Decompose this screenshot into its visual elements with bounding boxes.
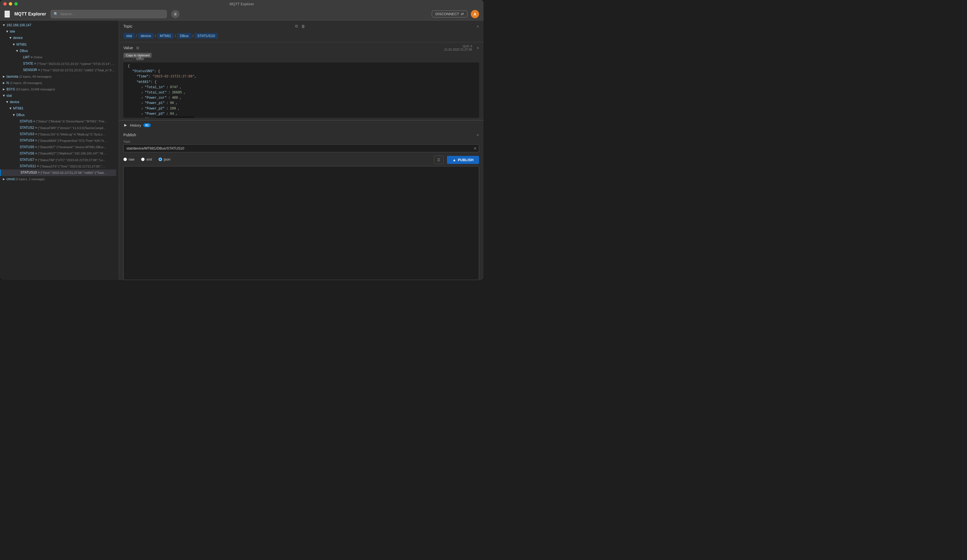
tree-item[interactable]: ▼ stat (0, 92, 119, 99)
tree-item[interactable]: ▼ tele (0, 28, 119, 35)
tree-item[interactable]: STATUS4 = {"StatusMEM":{"ProgramSize":57… (0, 137, 116, 144)
json-viewer: { "StatusSNS": { "Time": "2023-02-21T21:… (123, 63, 479, 118)
tree-item[interactable]: STATUS2 = {"StatusFWR":{"Version":"11.0.… (0, 125, 116, 131)
publish-label: PUBLISH (458, 158, 474, 162)
publish-payload-input[interactable] (123, 166, 479, 280)
publish-button[interactable]: ▲ PUBLISH (447, 156, 479, 164)
topic-field-label: Topic (123, 140, 479, 143)
tree-item[interactable]: STATUS6 = {"StatusMQT":{"MqttHost":"192.… (0, 150, 116, 157)
redacted-value: REDACTED (156, 117, 195, 118)
topic-input-wrap: ✕ (123, 144, 479, 152)
tree-item[interactable]: ▼ MT681 (0, 41, 119, 48)
expand-icon: ↗ (141, 96, 143, 100)
tree-item[interactable]: SENSOR = {"Time":"2023-02-21T21:23:31","… (0, 67, 116, 73)
radio-xml[interactable] (141, 158, 145, 161)
breadcrumb-chip-status10[interactable]: STATUS10 (195, 33, 218, 39)
collapse-topic-button[interactable]: ∧ (477, 24, 479, 28)
tree-arrow: ▼ (2, 23, 5, 28)
search-input[interactable] (60, 12, 164, 16)
copy-value-button[interactable]: ⧉ Copy to clipboard (135, 45, 141, 51)
tree-arrow: ▼ (5, 99, 9, 105)
tree-eq: = (35, 138, 38, 142)
publish-topic-input[interactable] (123, 144, 479, 152)
tree-item[interactable]: STATUS = {"Status":{"Module":0,"DeviceNa… (0, 118, 116, 125)
tree-node-label: STATUS10 (20, 171, 37, 175)
xml-label: xml (146, 157, 152, 161)
tree-node-label: N (7, 81, 9, 85)
tree-node-label: MT681 (17, 43, 26, 46)
disconnect-button[interactable]: DISCONNECT ⇄ (432, 10, 467, 17)
window-title: MQTT Explorer (229, 2, 254, 6)
menu-button[interactable]: ☰ (5, 10, 10, 18)
close-button[interactable] (3, 2, 7, 5)
tree-item[interactable]: ► tasmota (2 topics, 40 messages) (0, 74, 119, 80)
format-radio-group: raw xml json (123, 157, 170, 161)
tree-arrow: ▼ (2, 93, 5, 99)
tree-arrow: ▼ (15, 48, 19, 54)
tree-node-label: cmnd (7, 177, 14, 181)
tree-node-label: STATUS5 (20, 145, 34, 149)
tree-eq: = (38, 68, 41, 72)
collapse-value-button[interactable]: ∧ (477, 46, 479, 50)
saved-messages-button[interactable]: ☰ (434, 156, 444, 164)
clear-topic-button[interactable]: ✕ (474, 146, 477, 151)
tree-item[interactable]: STATUS5 = {"StatusNET":{"Hostname":"devi… (0, 144, 116, 150)
breadcrumb: stat / device / MT681 / DBus / STATUS10 (119, 32, 484, 42)
tree-value: {"StatusSTS":{"Time":"2023-02-21T21:27:0… (40, 164, 106, 169)
tree-eq: = (35, 152, 38, 155)
tree-item[interactable]: ▼ device (0, 35, 119, 41)
tree-arrow: ► (2, 74, 5, 79)
format-json[interactable]: json (158, 157, 170, 161)
content-area: ▼ 192.168.100.147 ▼ tele ▼ device ▼ MT68… (0, 20, 484, 280)
tree-item[interactable]: LWT = Online (0, 54, 119, 61)
collapse-publish-button[interactable]: ∧ (477, 133, 479, 137)
tree-value: (0 topics, 1 message) (15, 178, 45, 181)
tree-value: (2 topics, 40 messages) (19, 75, 51, 78)
format-xml[interactable]: xml (141, 157, 152, 161)
breadcrumb-chip-dbus[interactable]: DBus (177, 33, 191, 39)
format-raw[interactable]: raw (123, 157, 134, 161)
pause-button[interactable]: ⏸ (171, 10, 180, 18)
topic-field-group: Topic ✕ (123, 140, 479, 152)
tree-eq: = (35, 145, 38, 149)
copy-topic-button[interactable]: ⧉ (294, 23, 300, 29)
history-bar[interactable]: ► History 81 (119, 120, 484, 130)
tree-value: {"Time":"2023-02-21T21:23:31","mt681":{"… (41, 68, 116, 73)
tree-node-label: 192.168.100.147 (7, 23, 31, 27)
tree-item[interactable]: ▼ MT681 (0, 105, 119, 112)
tree-item[interactable]: ► N (2 topics, 49 messages) (0, 80, 119, 86)
tree-item[interactable]: ▼ DBus (0, 112, 119, 118)
tree-item[interactable]: STATUS7 = {"StatusTIM":{"UTC":"2023-02-2… (0, 157, 116, 163)
publish-title: Publish (123, 133, 477, 137)
qos-label: QoS: 0 (444, 44, 472, 48)
radio-raw[interactable] (123, 158, 127, 161)
tree-item[interactable]: ▼ DBus (0, 48, 119, 54)
tree-node-label: STATUS11 (20, 164, 36, 168)
avatar[interactable]: A (471, 10, 479, 18)
radio-json[interactable] (158, 158, 162, 161)
tree-item[interactable]: ► cmnd (0 topics, 1 message) (0, 176, 119, 183)
breadcrumb-chip-mt681[interactable]: MT681 (157, 33, 174, 39)
tree-item[interactable]: ▼ device (0, 99, 119, 105)
tree-item-selected[interactable]: STATUS10 = {"Time":"2023-02-21T21:27:06"… (0, 170, 116, 176)
breadcrumb-chip-device[interactable]: device (138, 33, 154, 39)
tree-node-label: STATUS7 (20, 158, 34, 162)
tree-arrow: ▼ (5, 29, 9, 34)
tree-item[interactable]: ► $SYS (53 topics, 31348 messages) (0, 86, 119, 92)
tree-eq: = (37, 164, 40, 168)
tree-item[interactable]: STATUS3 = {"StatusLOG":0,"WebLog":4,"Mqt… (0, 131, 116, 137)
maximize-button[interactable] (14, 2, 18, 5)
delete-topic-button[interactable]: 🗑 (300, 23, 307, 29)
tree-eq: = (35, 158, 38, 162)
expand-icon: ↗ (141, 100, 143, 106)
tree-node-label: DBus (17, 113, 24, 117)
tree-panel: ▼ 192.168.100.147 ▼ tele ▼ device ▼ MT68… (0, 20, 119, 280)
breadcrumb-chip-stat[interactable]: stat (123, 33, 135, 39)
tree-item[interactable]: STATE = {"Time":"2023-02-21T21:23:31","U… (0, 61, 116, 67)
minimize-button[interactable] (9, 2, 12, 5)
tree-node-label: device (13, 36, 23, 40)
tree-node-label: device (10, 100, 19, 104)
tree-item[interactable]: STATUS11 = {"StatusSTS":{"Time":"2023-02… (0, 163, 116, 170)
search-box: 🔍 (51, 10, 167, 18)
tree-item[interactable]: ▼ 192.168.100.147 (0, 22, 119, 28)
